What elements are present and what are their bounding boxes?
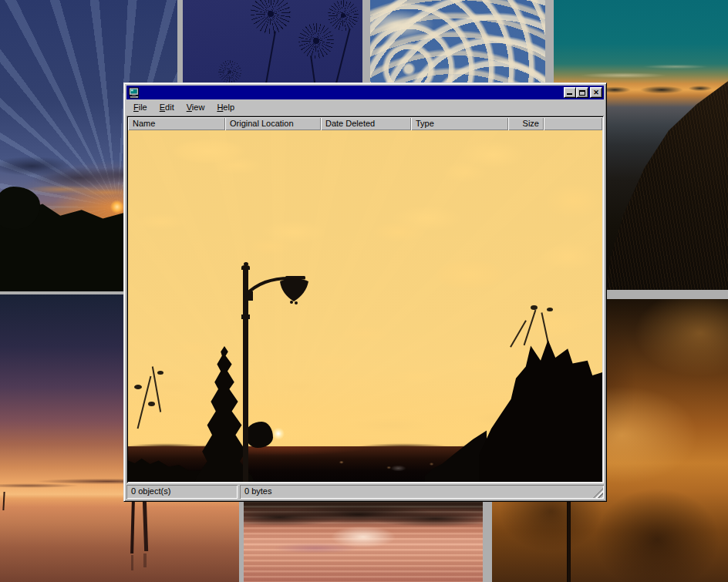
flower-umbel bbox=[298, 23, 334, 59]
menu-file[interactable]: File bbox=[127, 101, 153, 114]
flower-stem bbox=[334, 29, 350, 89]
column-header-date-deleted[interactable]: Date Deleted bbox=[321, 117, 411, 130]
column-header-original-location[interactable]: Original Location bbox=[225, 117, 321, 130]
pole-reflection bbox=[143, 553, 147, 567]
maximize-button[interactable] bbox=[576, 87, 588, 98]
leaf-clump bbox=[547, 308, 553, 311]
street-lamp-collar bbox=[241, 315, 250, 319]
menu-help[interactable]: Help bbox=[211, 101, 241, 114]
flower-umbel bbox=[251, 0, 291, 34]
menu-edit[interactable]: Edit bbox=[153, 101, 180, 114]
flower-umbel bbox=[218, 60, 241, 83]
water-stick bbox=[2, 492, 5, 510]
street-lamp-head bbox=[242, 272, 312, 308]
column-header-type[interactable]: Type bbox=[411, 117, 508, 130]
column-header-name[interactable]: Name bbox=[128, 117, 225, 130]
street-lamp-finial bbox=[244, 262, 248, 266]
status-size: 0 bytes bbox=[240, 485, 604, 499]
small-bush-silhouette bbox=[245, 422, 273, 448]
close-button[interactable]: ✕ bbox=[590, 87, 602, 98]
leaf-clump bbox=[531, 305, 538, 310]
title-bar[interactable]: ✕ bbox=[126, 86, 604, 99]
menu-bar: File Edit View Help bbox=[126, 99, 604, 116]
water-pole bbox=[130, 500, 135, 553]
desktop: ✕ File Edit View Help Name Original Loca… bbox=[0, 0, 728, 582]
leaf-clump bbox=[148, 402, 155, 406]
list-view: Name Original Location Date Deleted Type… bbox=[126, 116, 604, 483]
column-header-size[interactable]: Size bbox=[508, 117, 544, 130]
water-pole bbox=[143, 500, 148, 551]
column-headers: Name Original Location Date Deleted Type… bbox=[128, 117, 602, 130]
folder-background-photo[interactable] bbox=[128, 130, 602, 482]
status-object-count: 0 object(s) bbox=[126, 485, 238, 499]
minimize-button[interactable] bbox=[564, 87, 576, 98]
status-bar: 0 object(s) 0 bytes bbox=[126, 485, 604, 499]
leaf-clump bbox=[134, 385, 142, 389]
column-header-blank[interactable] bbox=[544, 117, 602, 130]
recycle-bin-window: ✕ File Edit View Help Name Original Loca… bbox=[123, 82, 607, 502]
flower-umbel bbox=[328, 0, 359, 31]
computer-icon[interactable] bbox=[128, 87, 140, 99]
menu-view[interactable]: View bbox=[180, 101, 211, 114]
leaf-clump bbox=[157, 371, 163, 375]
status-size-text: 0 bytes bbox=[244, 486, 271, 496]
resize-grip-icon[interactable] bbox=[593, 488, 603, 498]
pole-reflection bbox=[131, 555, 133, 570]
